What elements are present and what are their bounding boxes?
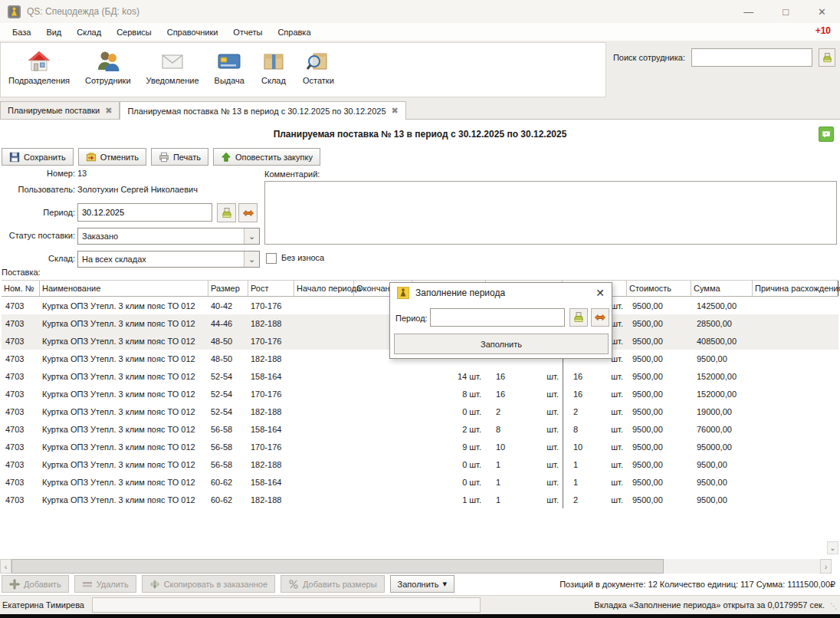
column-header-reason[interactable]: Причина расхождения <box>753 281 838 296</box>
column-header-num[interactable]: Ном. № <box>2 281 40 296</box>
scrollbar-track[interactable] <box>664 559 820 574</box>
scrollbar-thumb[interactable] <box>11 559 664 574</box>
dialog-close-icon[interactable]: ✕ <box>596 287 605 299</box>
clear-period-button[interactable] <box>217 203 236 222</box>
column-header-cost[interactable]: Стоимость <box>627 281 691 296</box>
column-header-rost[interactable]: Рост <box>248 281 294 296</box>
table-row[interactable]: 4703Куртка ОПЗ Утепл. 3 клим пояс ТО 012… <box>2 438 838 455</box>
cell-unit: шт. <box>611 354 623 363</box>
menu-item-склад[interactable]: Склад <box>69 25 109 39</box>
table-row[interactable]: 4703Куртка ОПЗ Утепл. 3 клим пояс ТО 012… <box>2 455 838 473</box>
toolbar-button-mail[interactable]: Уведомление <box>142 45 204 87</box>
notification-badge[interactable]: +10 <box>815 25 831 36</box>
table-row[interactable]: 4703Куртка ОПЗ Утепл. 3 клим пояс ТО 012… <box>2 491 838 508</box>
menu-item-справочники[interactable]: Справочники <box>159 25 226 39</box>
cell-cost: 9500,00 <box>627 403 691 420</box>
cell-value: 16 <box>496 372 505 381</box>
cell-num: 4703 <box>2 332 40 350</box>
footer-button-add: Добавить <box>2 575 69 593</box>
tab-planned-supplies[interactable]: Планируемые поставки ✖ <box>0 101 120 119</box>
table-row[interactable]: 4703Куртка ОПЗ Утепл. 3 клим пояс ТО 012… <box>2 403 838 420</box>
scroll-left-button[interactable]: ‹ <box>0 559 11 574</box>
action-button-save[interactable]: Сохранить <box>2 148 74 166</box>
clear-search-button[interactable] <box>819 48 835 67</box>
column-header-start[interactable]: Начало периода <box>294 281 354 296</box>
toolbar-button-label: Сотрудники <box>85 76 131 85</box>
cell-start <box>294 491 354 508</box>
brush-icon <box>573 311 585 324</box>
maximize-button[interactable]: □ <box>783 6 789 18</box>
period-input[interactable] <box>77 203 212 222</box>
tab-close-icon[interactable]: ✖ <box>105 106 112 116</box>
menu-item-сервисы[interactable]: Сервисы <box>109 25 159 39</box>
status-select[interactable]: Заказано ⌄ <box>77 228 260 245</box>
column-header-size[interactable]: Размер <box>208 281 248 296</box>
menu-item-отчеты[interactable]: Отчеты <box>225 25 270 39</box>
horizontal-scrollbar[interactable]: ‹ › <box>0 559 832 574</box>
menu-item-база[interactable]: База <box>5 25 38 39</box>
cell-num: 4703 <box>2 297 40 314</box>
cell-qty3: 10шт. <box>563 438 627 455</box>
warehouse-select[interactable]: На всех складах ⌄ <box>77 251 260 268</box>
app-icon <box>8 5 21 18</box>
dialog-range-button[interactable] <box>591 308 609 327</box>
cell-rost: 182-188 <box>248 455 294 473</box>
toolbar-button-box-search[interactable]: Остатки <box>298 45 339 87</box>
cell-name: Куртка ОПЗ Утепл. 3 клим пояс ТО 012 <box>40 350 208 367</box>
action-button-cancel[interactable]: Отменить <box>78 148 146 166</box>
tab-close-icon[interactable]: ✖ <box>392 106 399 116</box>
cancel-icon <box>86 152 97 163</box>
footer-button-dropdown[interactable]: Заполнить ▾ <box>390 575 455 593</box>
comment-textarea[interactable] <box>264 181 837 245</box>
cell-value: 1 <box>573 478 578 487</box>
cell-size: 56-58 <box>208 438 248 455</box>
menu-item-справка[interactable]: Справка <box>270 25 318 39</box>
scroll-right-button[interactable]: › <box>820 559 832 574</box>
cell-cost: 9500,00 <box>627 455 691 473</box>
cell-size: 44-46 <box>208 314 248 332</box>
dialog-fill-button[interactable]: Заполнить <box>394 334 609 354</box>
toolbar-button-box[interactable]: Склад <box>255 45 292 87</box>
period-range-button[interactable] <box>238 203 258 222</box>
cell-name: Куртка ОПЗ Утепл. 3 клим пояс ТО 012 <box>40 455 208 473</box>
column-header-sum[interactable]: Сумма <box>691 281 753 296</box>
action-button-print[interactable]: Печать <box>151 148 208 166</box>
comment-label: Комментарий: <box>264 169 320 179</box>
cell-sum: 9500,00 <box>691 350 753 367</box>
cell-qty3: 8шт. <box>563 420 627 438</box>
resize-grip[interactable]: ⋱ <box>830 602 838 610</box>
column-header-name[interactable]: Наименование <box>40 281 208 296</box>
cell-reason <box>753 473 838 491</box>
table-row[interactable]: 4703Куртка ОПЗ Утепл. 3 клим пояс ТО 012… <box>2 420 838 438</box>
cell-sum: 19000,00 <box>691 403 753 420</box>
cell-sum: 142500,00 <box>691 297 753 314</box>
dialog-clear-button[interactable] <box>569 308 588 327</box>
toolbar-button-home[interactable]: Подразделения <box>4 45 74 87</box>
action-button-label: Сохранить <box>24 153 66 162</box>
close-button[interactable]: ✕ <box>818 6 826 18</box>
cell-rost: 170-176 <box>248 332 294 350</box>
info-icon[interactable] <box>819 127 834 142</box>
table-row[interactable]: 4703Куртка ОПЗ Утепл. 3 клим пояс ТО 012… <box>2 385 838 403</box>
cell-name: Куртка ОПЗ Утепл. 3 клим пояс ТО 012 <box>40 314 208 332</box>
toolbar-button-people[interactable]: Сотрудники <box>80 45 136 87</box>
vertical-scroll-down-button[interactable]: ⌄ <box>827 541 838 554</box>
cell-sum: 95000,00 <box>691 438 753 455</box>
dialog-titlebar[interactable]: Заполнение периода ✕ <box>390 283 612 303</box>
chevron-down-icon[interactable]: ⌄ <box>244 251 259 267</box>
tab-supply-13[interactable]: Планируемая поставка № 13 в период с 30.… <box>120 101 405 120</box>
cell-cost: 9500,00 <box>627 314 691 332</box>
window-titlebar: QS: Спецодежда (БД: kos) — □ ✕ <box>0 0 840 23</box>
action-button-notify[interactable]: Оповестить закупку <box>213 148 320 166</box>
table-row[interactable]: 4703Куртка ОПЗ Утепл. 3 клим пояс ТО 012… <box>2 367 838 385</box>
cell-unit: шт. <box>546 407 559 416</box>
menu-item-вид[interactable]: Вид <box>38 25 69 39</box>
chevron-down-icon[interactable]: ⌄ <box>244 228 259 244</box>
no-wear-checkbox[interactable] <box>266 253 277 264</box>
employee-search-input[interactable] <box>691 48 812 67</box>
dialog-period-input[interactable] <box>430 308 565 327</box>
cell-qty3: 16шт. <box>563 367 627 385</box>
toolbar-button-card[interactable]: Выдача <box>210 45 249 87</box>
table-row[interactable]: 4703Куртка ОПЗ Утепл. 3 клим пояс ТО 012… <box>2 473 838 491</box>
minimize-button[interactable]: — <box>743 6 753 18</box>
